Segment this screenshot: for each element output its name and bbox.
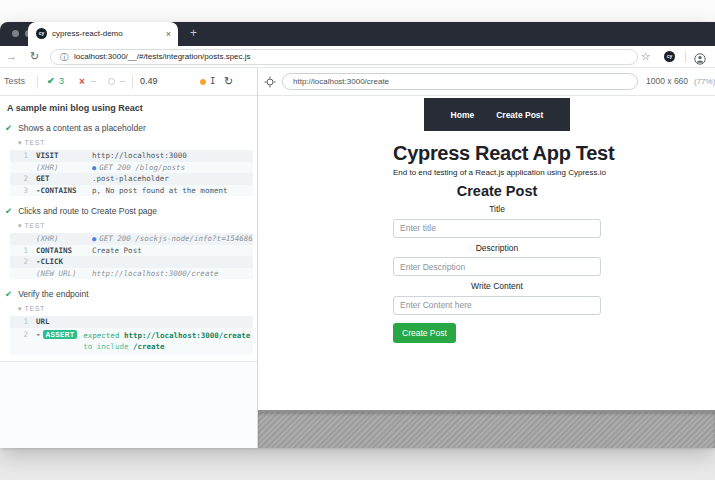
site-info-icon[interactable]: ⓘ [60, 50, 69, 64]
test-passed-check-icon: ✔ [5, 289, 12, 299]
toolbar-separator [685, 51, 686, 62]
app-url-field[interactable]: http://localhost:3000/create [282, 73, 638, 90]
command-args: Create Post [92, 246, 253, 255]
command-name: -CLICK [36, 257, 86, 266]
command-log: 1 VISIT http://localhost:3000 (XHR) ●GET… [10, 150, 253, 196]
description-label: Description [393, 243, 601, 253]
command-name: GET [36, 174, 86, 183]
command-row[interactable]: 2 GET .post-placeholder [10, 173, 253, 185]
restart-tests-icon[interactable]: ↻ [224, 68, 233, 95]
profile-avatar-icon[interactable] [694, 51, 706, 69]
caret-down-icon: ▾ [18, 139, 22, 146]
app-navbar: Home Create Post [424, 98, 570, 131]
reporter-empty-area [0, 361, 257, 449]
viewport-size: 1000 x 660 [646, 68, 688, 95]
test-title-label: Verify the endpoint [18, 289, 88, 299]
form-group-content: Write Content [393, 281, 601, 315]
toolbar-separator [132, 75, 133, 89]
forward-arrow-icon[interactable]: → [6, 46, 17, 67]
command-number: 1 [14, 246, 28, 255]
failed-count: – [91, 68, 96, 95]
command-dash: - [36, 330, 41, 339]
command-row[interactable]: 2 -CLICK [10, 256, 253, 268]
tab-close-icon[interactable]: × [166, 22, 171, 46]
command-number: 3 [14, 186, 28, 195]
test-section-header[interactable]: ▾ TEST [18, 139, 257, 147]
command-name: -CONTAINS [36, 186, 86, 195]
app-under-test-panel: Home Create Post Cypress React App Test … [258, 96, 715, 448]
nav-link-home[interactable]: Home [451, 110, 475, 120]
test-passed-check-icon: ✔ [5, 123, 12, 133]
command-args: p, No post found at the moment [92, 186, 253, 195]
tests-back-link[interactable]: Tests [4, 68, 25, 95]
test-section-header[interactable]: ▾ TEST [18, 222, 257, 230]
test-title-label: Clicks and route to Create Post page [18, 206, 157, 216]
assert-row[interactable]: 2 - ASSERT expected http://localhost:300… [10, 328, 253, 355]
app-content-column: Home Create Post Cypress React App Test … [393, 98, 601, 343]
command-number: 2 [14, 257, 28, 266]
test-section-label: TEST [25, 305, 45, 312]
test-section-header[interactable]: ▾ TEST [18, 305, 257, 313]
command-args: .post-placeholder [92, 174, 253, 183]
app-subtitle: End to end testing of a React.js applica… [393, 168, 601, 177]
command-number: 2 [14, 330, 28, 339]
bookmark-star-icon[interactable]: ☆ [641, 46, 650, 67]
content-label: Write Content [393, 281, 601, 291]
new-tab-button[interactable]: + [190, 22, 197, 45]
duration-value: 0.49 [140, 68, 158, 95]
create-post-button[interactable]: Create Post [393, 323, 456, 343]
cypress-toolbar: Tests ✔ 3 × – – 0.49 I ↻ http://localhos… [0, 68, 715, 96]
xhr-dot-icon: ● [92, 164, 96, 172]
command-row[interactable]: 1 VISIT http://localhost:3000 [10, 150, 253, 162]
nav-link-create-post[interactable]: Create Post [496, 110, 543, 120]
command-number: 1 [14, 151, 28, 160]
app-iframe: Home Create Post Cypress React App Test … [258, 96, 715, 410]
command-row[interactable]: 1 URL [10, 316, 253, 328]
scroll-indicator-icon[interactable]: I [210, 68, 215, 95]
suite-title[interactable]: A sample mini blog using React [7, 103, 257, 113]
selector-playground-icon[interactable] [264, 76, 276, 90]
failed-x-icon: × [79, 68, 85, 95]
command-args: http://localhost:3000/create [92, 269, 253, 278]
command-args: ●GET 200 /sockjs-node/info?t=1546869… [92, 234, 253, 243]
status-dot-icon [200, 79, 206, 85]
tab-title: cypress-react-demo [52, 22, 123, 46]
traffic-light-close-icon[interactable] [12, 30, 19, 37]
address-bar: → ↻ ⓘ localhost:3000/__/#/tests/integrat… [0, 46, 715, 68]
xhr-args: GET 200 /blog/posts [99, 163, 185, 172]
assert-message: expected http://localhost:3000/create to… [83, 330, 253, 352]
command-name: URL [36, 317, 86, 326]
content-input[interactable] [393, 296, 601, 315]
toolbar-separator [37, 75, 38, 89]
passed-check-icon: ✔ [47, 68, 55, 95]
form-title: Create Post [393, 183, 601, 199]
command-row[interactable]: 3 -CONTAINS p, No post found at the mome… [10, 185, 253, 197]
test-title[interactable]: ✔ Verify the endpoint [5, 289, 257, 299]
cypress-favicon-icon: cy [36, 28, 47, 39]
test-title-label: Shows a content as a placeholder [18, 123, 146, 133]
command-name: VISIT [36, 151, 86, 160]
form-group-title: Title [393, 204, 601, 238]
command-row[interactable]: 1 CONTAINS Create Post [10, 245, 253, 257]
pending-circle-icon [108, 78, 115, 85]
tab-strip: cy cypress-react-demo × + [0, 22, 715, 46]
cypress-extension-icon[interactable]: cy [664, 51, 675, 62]
test-title[interactable]: ✔ Clicks and route to Create Post page [5, 206, 257, 216]
url-text[interactable]: localhost:3000/__/#/tests/integration/po… [74, 50, 251, 64]
passed-count: 3 [59, 68, 64, 95]
xhr-row[interactable]: (XHR) ●GET 200 /blog/posts [10, 162, 253, 174]
browser-reload-icon[interactable]: ↻ [30, 46, 39, 67]
command-number: 2 [14, 174, 28, 183]
command-name: (NEW URL) [36, 269, 86, 278]
title-input[interactable] [393, 219, 601, 238]
xhr-row[interactable]: (XHR) ●GET 200 /sockjs-node/info?t=15468… [10, 233, 253, 245]
xhr-args: GET 200 /sockjs-node/info?t=1546869… [99, 234, 253, 243]
description-input[interactable] [393, 257, 601, 276]
browser-tab[interactable]: cy cypress-react-demo × [28, 22, 178, 46]
new-url-row[interactable]: (NEW URL) http://localhost:3000/create [10, 268, 253, 280]
viewport-scale: (77%) [694, 68, 715, 95]
command-name: CONTAINS [36, 246, 86, 255]
omnibox[interactable]: ⓘ localhost:3000/__/#/tests/integration/… [50, 49, 638, 65]
test-title[interactable]: ✔ Shows a content as a placeholder [5, 123, 257, 133]
assert-badge: ASSERT [43, 330, 78, 340]
